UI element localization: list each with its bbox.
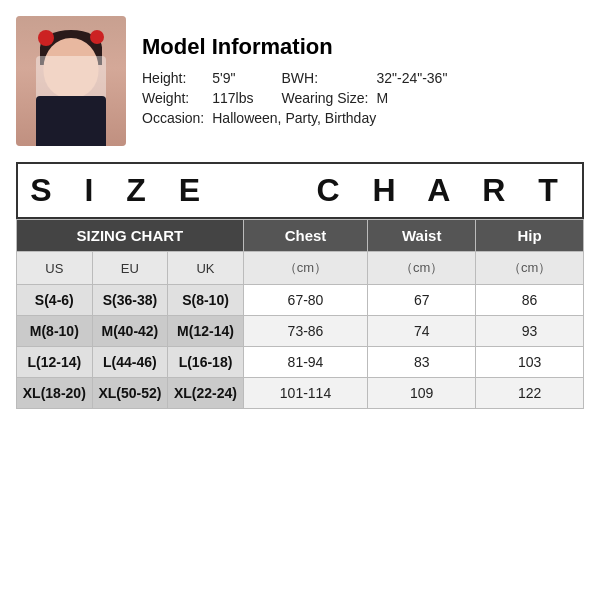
page-container: Model Information Height: 5'9" BWH: 32"-… xyxy=(0,0,600,600)
height-label: Height: xyxy=(142,68,212,88)
model-info: Model Information Height: 5'9" BWH: 32"-… xyxy=(142,34,584,128)
weight-label: Weight: xyxy=(142,88,212,108)
eu-subheader: EU xyxy=(92,252,168,285)
cell-eu: L(44-46) xyxy=(92,347,168,378)
wearing-value: M xyxy=(376,88,455,108)
table-row: XL(18-20) XL(50-52) XL(22-24) 101-114 10… xyxy=(17,378,584,409)
cell-us: XL(18-20) xyxy=(17,378,93,409)
cell-uk: L(16-18) xyxy=(168,347,244,378)
table-row: S(4-6) S(36-38) S(8-10) 67-80 67 86 xyxy=(17,285,584,316)
hip-unit: （cm） xyxy=(476,252,584,285)
cell-hip: 103 xyxy=(476,347,584,378)
uk-subheader: UK xyxy=(168,252,244,285)
sizing-table: SIZING CHART Chest Waist Hip US EU UK （c… xyxy=(16,219,584,409)
hip-header: Hip xyxy=(476,220,584,252)
cell-hip: 122 xyxy=(476,378,584,409)
cell-uk: M(12-14) xyxy=(168,316,244,347)
cell-us: S(4-6) xyxy=(17,285,93,316)
chest-header: Chest xyxy=(243,220,367,252)
table-header-row: SIZING CHART Chest Waist Hip xyxy=(17,220,584,252)
model-avatar xyxy=(16,16,126,146)
model-section: Model Information Height: 5'9" BWH: 32"-… xyxy=(16,16,584,146)
cell-waist: 67 xyxy=(368,285,476,316)
weight-value: 117lbs xyxy=(212,88,261,108)
cell-uk: S(8-10) xyxy=(168,285,244,316)
cell-waist: 109 xyxy=(368,378,476,409)
cell-chest: 67-80 xyxy=(243,285,367,316)
size-chart-title-box: S I Z E C H A R T xyxy=(16,162,584,219)
us-subheader: US xyxy=(17,252,93,285)
height-value: 5'9" xyxy=(212,68,261,88)
cell-eu: S(36-38) xyxy=(92,285,168,316)
table-row: M(8-10) M(40-42) M(12-14) 73-86 74 93 xyxy=(17,316,584,347)
model-info-table: Height: 5'9" BWH: 32"-24"-36" Weight: 11… xyxy=(142,68,455,128)
table-subheader-row: US EU UK （cm） （cm） （cm） xyxy=(17,252,584,285)
bwh-value: 32"-24"-36" xyxy=(376,68,455,88)
model-info-title: Model Information xyxy=(142,34,584,60)
table-row: L(12-14) L(44-46) L(16-18) 81-94 83 103 xyxy=(17,347,584,378)
size-chart-title-text: S I Z E C H A R T xyxy=(30,172,569,208)
sizing-chart-label: SIZING CHART xyxy=(17,220,244,252)
chest-unit: （cm） xyxy=(243,252,367,285)
cell-chest: 73-86 xyxy=(243,316,367,347)
occasion-label: Occasion: xyxy=(142,108,212,128)
wearing-label: Wearing Size: xyxy=(262,88,377,108)
cell-us: M(8-10) xyxy=(17,316,93,347)
occasion-value: Halloween, Party, Birthday xyxy=(212,108,455,128)
bwh-label: BWH: xyxy=(262,68,377,88)
cell-waist: 83 xyxy=(368,347,476,378)
cell-chest: 101-114 xyxy=(243,378,367,409)
cell-us: L(12-14) xyxy=(17,347,93,378)
cell-waist: 74 xyxy=(368,316,476,347)
cell-eu: M(40-42) xyxy=(92,316,168,347)
cell-hip: 93 xyxy=(476,316,584,347)
cell-hip: 86 xyxy=(476,285,584,316)
waist-unit: （cm） xyxy=(368,252,476,285)
waist-header: Waist xyxy=(368,220,476,252)
cell-eu: XL(50-52) xyxy=(92,378,168,409)
cell-chest: 81-94 xyxy=(243,347,367,378)
cell-uk: XL(22-24) xyxy=(168,378,244,409)
